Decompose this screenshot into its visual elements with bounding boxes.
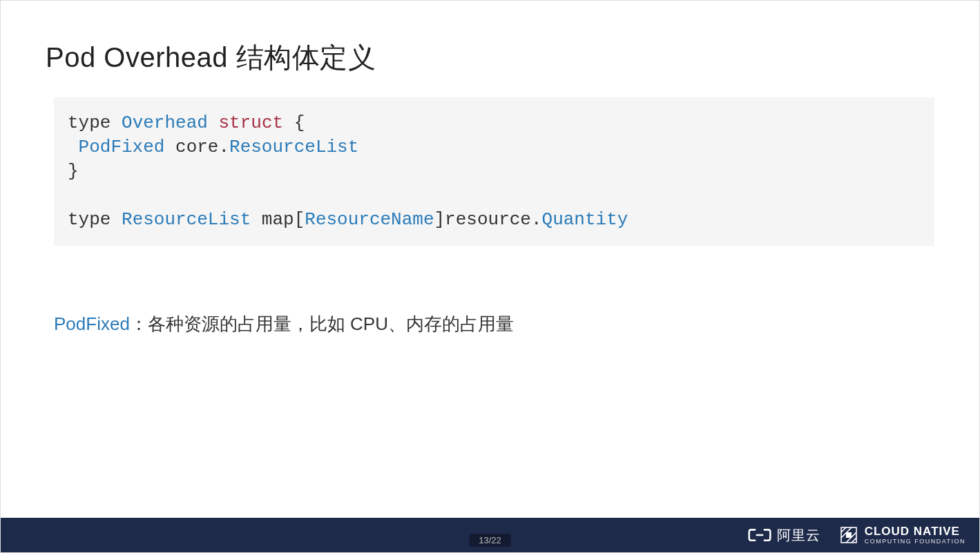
- code-type-resourcename: ResourceName: [305, 209, 434, 230]
- cncf-logo: CLOUD NATIVE COMPUTING FOUNDATION: [840, 525, 965, 545]
- code-brace-close: }: [68, 161, 79, 182]
- code-type-resourcelist: ResourceList: [229, 137, 358, 157]
- cncf-sub-text: COMPUTING FOUNDATION: [865, 539, 965, 545]
- code-keyword-type2: type: [68, 209, 111, 230]
- code-map-close: ]resource.: [434, 209, 542, 230]
- code-type-overhead: Overhead: [122, 113, 208, 133]
- aliyun-logo: 阿里云: [748, 526, 820, 545]
- description-sep: ：: [130, 313, 148, 334]
- page-indicator: 13/22: [469, 534, 511, 547]
- cncf-main-text: CLOUD NATIVE: [865, 525, 965, 537]
- code-brace-open: {: [283, 113, 305, 133]
- code-map-open: map[: [251, 209, 305, 230]
- aliyun-text: 阿里云: [777, 526, 820, 545]
- code-pkg-core: core.: [164, 137, 229, 157]
- cncf-text-block: CLOUD NATIVE COMPUTING FOUNDATION: [865, 525, 965, 545]
- svg-rect-2: [846, 532, 852, 538]
- code-block: type Overhead struct { PodFixed core.Res…: [54, 97, 934, 246]
- code-type-resourcelist2: ResourceList: [122, 209, 251, 230]
- code-type-quantity: Quantity: [542, 209, 628, 230]
- code-field-podfixed: PodFixed: [68, 137, 164, 157]
- slide-title: Pod Overhead 结构体定义: [46, 39, 934, 77]
- aliyun-bracket-icon: [748, 527, 771, 543]
- slide-footer: 13/22 阿里云 CLOUD NATIVE: [1, 518, 979, 552]
- description-text: 各种资源的占用量，比如 CPU、内存的占用量: [148, 313, 514, 334]
- code-keyword-type: type: [68, 113, 111, 133]
- description-key: PodFixed: [54, 313, 130, 334]
- cncf-hexagon-icon: [840, 526, 858, 544]
- footer-logos: 阿里云 CLOUD NATIVE COMPUTING FOUNDATION: [748, 525, 965, 545]
- slide-content: Pod Overhead 结构体定义 type Overhead struct …: [1, 1, 979, 518]
- code-keyword-struct: struct: [218, 113, 283, 133]
- description-line: PodFixed：各种资源的占用量，比如 CPU、内存的占用量: [54, 311, 934, 336]
